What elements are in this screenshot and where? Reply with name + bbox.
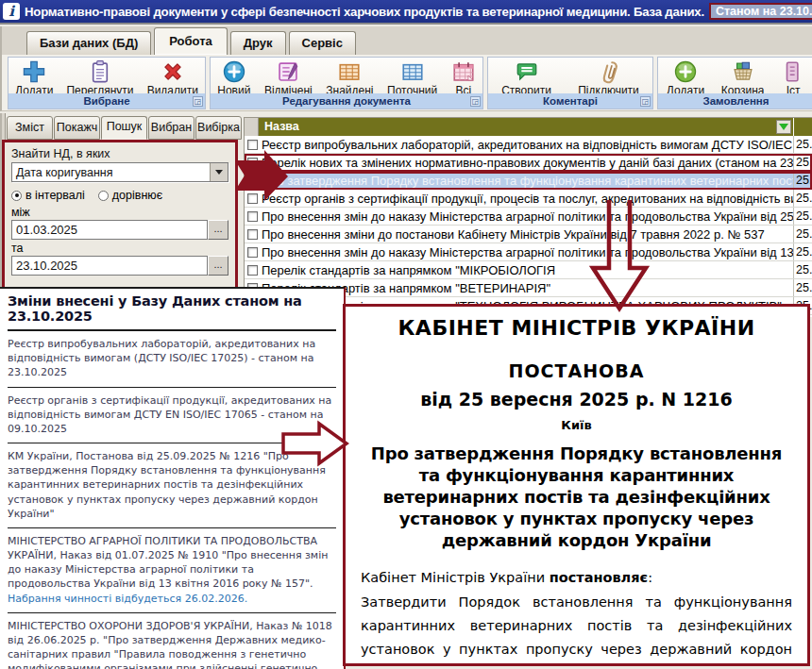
doc-issuer-heading: КАБІНЕТ МІНІСТРІВ УКРАЇНИ [361, 316, 792, 340]
changes-panel-title: Зміни внесені у Базу Даних станом на 23.… [8, 289, 336, 331]
dropdown-value: Дата коригування [12, 163, 210, 181]
doc-all-button[interactable]: Всі [448, 59, 480, 98]
table-row[interactable]: Перелік нових та змінених нормативно-пра… [245, 154, 812, 172]
doc-new-button[interactable]: Новий [213, 59, 254, 98]
dialog-launcher-icon[interactable]: ◲ [640, 96, 651, 107]
row-checkbox[interactable] [247, 158, 258, 168]
list-header-name: Назва [259, 118, 776, 136]
delete-x-icon [161, 59, 185, 84]
doc-current-button[interactable]: Поточний [383, 59, 441, 98]
radio-equals[interactable]: дорівнює [98, 189, 162, 202]
toolbar-group-comments: Створити Підключити Коментарі ◲ [487, 57, 653, 109]
row-checkbox[interactable] [247, 193, 258, 204]
found-table-icon [337, 59, 362, 84]
sidebar-tab-selection[interactable]: Вибірка [195, 116, 242, 140]
list-header-date [793, 118, 812, 136]
table-row[interactable]: Про внесення змін до наказу Міністерства… [245, 243, 812, 261]
status-date-badge: Станом на 23.10.2025 [709, 3, 812, 20]
basket-icon [731, 59, 755, 84]
search-field-label: Знайти НД, в яких [11, 147, 228, 160]
speech-bubble-icon [515, 59, 539, 84]
favorites-delete-button[interactable]: Видалити [144, 59, 202, 98]
toolbar-group-favorites: Додати Переглянути Видалити Вибране ◲ [8, 57, 206, 109]
order-basket-button[interactable]: Корзина [718, 59, 769, 98]
doc-date-number: від 25 вересня 2025 р. N 1216 [361, 389, 792, 410]
sidebar-tab-selected[interactable]: Вибран [148, 116, 195, 140]
list-item: Реєстр органів з сертифікації продукції,… [8, 388, 336, 444]
marked-list-icon [276, 59, 300, 84]
table-row[interactable]: Реєстр органів з сертифікації продукції,… [245, 190, 812, 208]
radio-interval-label: в інтервалі [25, 189, 85, 202]
menu-tabbar: Бази даних (БД) Робота Друк Сервіс [0, 26, 812, 55]
search-panel: Знайти НД, в яких Дата коригування в інт… [2, 140, 238, 293]
comment-create-button[interactable]: Створити [498, 59, 555, 98]
clipboard-icon [88, 59, 112, 84]
search-field-dropdown[interactable]: Дата коригування [11, 162, 228, 182]
dialog-launcher-icon[interactable]: ◲ [193, 96, 203, 107]
row-checkbox[interactable] [247, 140, 258, 150]
doc-body-paragraph: Затвердити Порядок встановлення та функц… [361, 591, 792, 666]
list-item: МІНІСТЕРСТВО ОХОРОНИ ЗДОРОВ'Я УКРАЇНИ, Н… [8, 613, 336, 669]
sidebar-tabbar: Зміст Покажч Пошук Вибран Вибірка [7, 116, 243, 140]
radio-interval[interactable]: в інтервалі [11, 189, 85, 202]
row-checkbox[interactable] [247, 176, 258, 186]
doc-title: Про затвердження Порядку встановлення та… [361, 443, 792, 551]
doc-body: Кабінет Міністрів України постановляє: З… [361, 566, 792, 666]
doc-city: Київ [361, 418, 792, 432]
date-to-label: та [11, 242, 228, 255]
row-checkbox[interactable] [247, 247, 258, 258]
changes-panel: Зміни внесені у Базу Даних станом на 23.… [0, 287, 346, 669]
toolbar-group-title: Вибране [83, 95, 129, 107]
app-icon: i [3, 3, 20, 20]
menu-tab-print[interactable]: Друк [230, 31, 286, 55]
filter-icon[interactable] [776, 120, 791, 134]
order-history-button[interactable]: Іст [777, 59, 809, 98]
app-window: i Нормативно-правові документи у сфері б… [0, 0, 812, 669]
date-to-browse-button[interactable]: ... [208, 256, 228, 276]
table-row[interactable]: Реєстр випробувальних лабораторій, акред… [245, 136, 812, 154]
current-table-icon [400, 59, 425, 84]
doc-found-button[interactable]: Знайдені [322, 59, 377, 98]
table-row[interactable]: Про внесення зміни до постанови Кабінету… [245, 226, 812, 243]
radio-dot-icon [11, 191, 22, 201]
date-to-input[interactable]: 23.10.2025 [11, 256, 208, 276]
titlebar: i Нормативно-правові документи у сфері б… [0, 0, 812, 25]
date-from-browse-button[interactable]: ... [208, 220, 228, 240]
row-checkbox[interactable] [247, 211, 258, 222]
doc-body-intro-line: Кабінет Міністрів України постановляє: [361, 566, 792, 590]
toolbar-group-title: Замовлення [702, 95, 769, 107]
date-from-input[interactable]: 01.03.2025 [11, 220, 208, 240]
list-item: МІНІСТЕРСТВО АГРАРНОЇ ПОЛІТИКИ ТА ПРОДОВ… [8, 528, 336, 613]
favorites-view-button[interactable]: Переглянути [62, 59, 137, 98]
plus-icon [22, 59, 46, 84]
favorites-add-button[interactable]: Додати [11, 59, 57, 98]
list-header[interactable]: Назва [245, 118, 812, 136]
menu-tab-work[interactable]: Робота [154, 27, 228, 55]
menu-tab-service[interactable]: Сервіс [289, 31, 356, 55]
comment-attach-button[interactable]: Підключити [574, 59, 643, 98]
dialog-launcher-icon[interactable]: ◲ [470, 96, 481, 107]
row-checkbox[interactable] [247, 229, 258, 240]
toolbar-group-title: Редагування документа [282, 95, 411, 107]
sidebar-tab-search[interactable]: Пошук [101, 116, 147, 140]
doc-marked-button[interactable]: Відмічені [261, 59, 316, 98]
list-corner-cell [245, 118, 259, 136]
toolbar-group-orders: Додати Корзина Іст Замовлення [657, 57, 812, 109]
sidebar-tab-contents[interactable]: Зміст [7, 116, 53, 140]
toolbar-group-title: Коментарі [543, 95, 598, 107]
effective-date-note: Набрання чинності відбудеться 26.02.2026… [8, 593, 247, 605]
table-row[interactable]: Про внесення змін до наказу Міністерства… [245, 208, 812, 226]
toolbar-group-document-editing: Новий Відмічені Знайдені Поточний Всі [210, 57, 483, 109]
sidebar-tab-index[interactable]: Покажч [54, 116, 100, 140]
chevron-down-icon[interactable] [210, 163, 228, 181]
paperclip-icon [597, 59, 621, 84]
doc-type-heading: ПОСТАНОВА [361, 360, 792, 381]
table-row-selected[interactable]: Про затвердження Порядку встановлення та… [245, 172, 812, 190]
order-add-button[interactable]: Додати [663, 59, 708, 98]
row-checkbox[interactable] [247, 265, 258, 276]
ribbon-toolbar: Додати Переглянути Видалити Вибране ◲ Но… [0, 55, 812, 111]
list-item: КМ України, Постанова від 25.09.2025 № 1… [8, 443, 336, 528]
menu-tab-databases[interactable]: Бази даних (БД) [26, 31, 151, 55]
date-from-label: між [11, 206, 228, 219]
table-row[interactable]: Перелік стандартів за напрямком "МІКРОБІ… [245, 261, 812, 279]
